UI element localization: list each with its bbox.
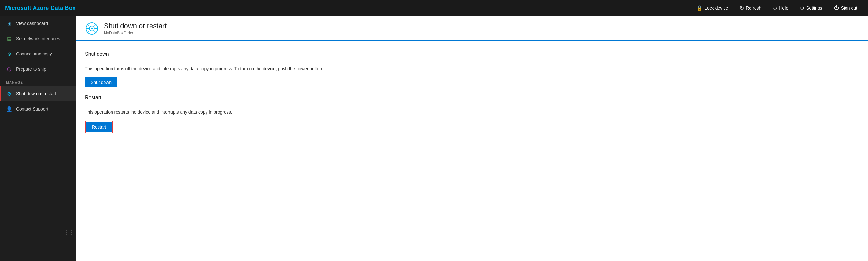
- svg-point-2: [91, 28, 93, 29]
- refresh-icon: ↻: [740, 5, 744, 11]
- layout: ⊞ View dashboard ▤ Set network interface…: [0, 16, 868, 261]
- signout-icon: ⏻: [834, 5, 839, 11]
- settings-icon: ⚙: [800, 5, 804, 11]
- network-icon: ▤: [6, 35, 12, 42]
- lock-device-button[interactable]: 🔒 Lock device: [691, 0, 734, 16]
- help-button[interactable]: ⊙ Help: [767, 0, 794, 16]
- topnav-actions: 🔒 Lock device ↻ Refresh ⊙ Help ⚙ Setting…: [691, 0, 863, 16]
- shutdown-button[interactable]: Shut down: [85, 77, 117, 88]
- sidebar-item-copy[interactable]: ⊜ Connect and copy: [0, 46, 76, 61]
- sidebar-item-dashboard[interactable]: ⊞ View dashboard: [0, 16, 76, 31]
- support-icon: 👤: [6, 106, 12, 112]
- page-header-icon: [85, 22, 99, 35]
- gear-icon: ⚙: [6, 91, 12, 97]
- shutdown-description: This operation turns off the device and …: [85, 66, 859, 72]
- manage-section-label: MANAGE: [0, 77, 76, 86]
- restart-button-wrapper: Restart: [85, 121, 113, 133]
- page-content: Shut down This operation turns off the d…: [76, 40, 868, 140]
- page-header: Shut down or restart MyDataBoxOrder: [76, 16, 868, 40]
- restart-section-title: Restart: [85, 90, 859, 104]
- sidebar-item-network[interactable]: ▤ Set network interfaces: [0, 31, 76, 46]
- restart-button[interactable]: Restart: [86, 122, 112, 132]
- resize-handle[interactable]: ⋮⋮: [63, 229, 73, 236]
- sidebar: ⊞ View dashboard ▤ Set network interface…: [0, 16, 76, 261]
- ship-icon: ⬡: [6, 66, 12, 72]
- signout-button[interactable]: ⏻ Sign out: [828, 0, 863, 16]
- copy-icon: ⊜: [6, 51, 12, 57]
- app-title: Microsoft Azure Data Box: [5, 5, 76, 11]
- sidebar-item-ship[interactable]: ⬡ Prepare to ship: [0, 61, 76, 77]
- settings-button[interactable]: ⚙ Settings: [794, 0, 828, 16]
- main-content: Shut down or restart MyDataBoxOrder Shut…: [76, 16, 868, 261]
- dashboard-icon: ⊞: [6, 20, 12, 27]
- page-header-text: Shut down or restart MyDataBoxOrder: [104, 22, 167, 35]
- refresh-button[interactable]: ↻ Refresh: [734, 0, 767, 16]
- shutdown-section-title: Shut down: [85, 47, 859, 61]
- restart-section: Restart This operation restarts the devi…: [85, 90, 859, 133]
- shutdown-section: Shut down This operation turns off the d…: [85, 47, 859, 88]
- page-subtitle: MyDataBoxOrder: [104, 31, 167, 35]
- sidebar-item-support[interactable]: 👤 Contact Support: [0, 101, 76, 117]
- lock-icon: 🔒: [696, 5, 703, 11]
- help-icon: ⊙: [773, 5, 777, 11]
- restart-description: This operation restarts the device and i…: [85, 109, 859, 116]
- page-title: Shut down or restart: [104, 22, 167, 30]
- topnav: Microsoft Azure Data Box 🔒 Lock device ↻…: [0, 0, 868, 16]
- sidebar-item-shutdown[interactable]: ⚙ Shut down or restart: [0, 86, 76, 101]
